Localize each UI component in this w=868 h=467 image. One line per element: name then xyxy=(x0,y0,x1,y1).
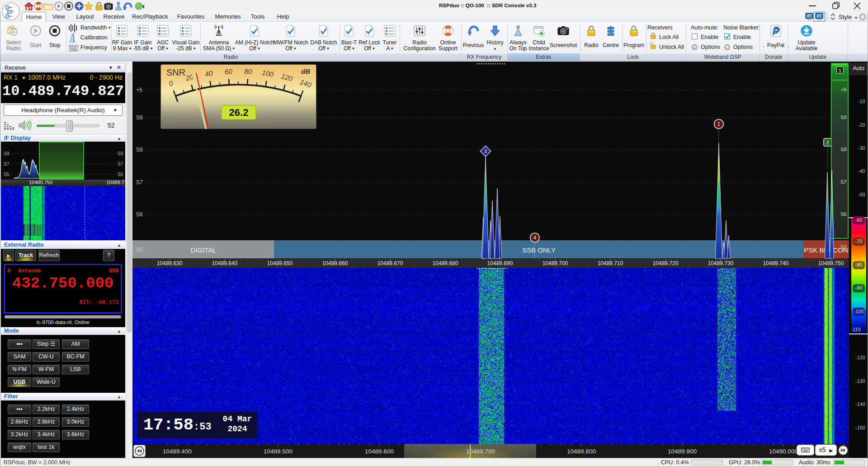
svg-text:10489.650: 10489.650 xyxy=(267,260,293,267)
svg-text:S5: S5 xyxy=(136,247,143,253)
svg-text:S9: S9 xyxy=(4,151,9,156)
svg-text:S7: S7 xyxy=(118,162,123,167)
svg-text:S5: S5 xyxy=(4,172,9,177)
svg-text:3: 3 xyxy=(484,148,487,154)
svg-text:10489.900: 10489.900 xyxy=(668,448,697,455)
svg-text:10489.730: 10489.730 xyxy=(708,260,734,267)
svg-text:26.2: 26.2 xyxy=(229,107,249,118)
svg-text:S7: S7 xyxy=(4,162,9,167)
svg-text:1: 1 xyxy=(717,121,720,127)
svg-text:DIGITAL: DIGITAL xyxy=(190,246,216,254)
svg-text:dB: dB xyxy=(301,67,310,75)
svg-text:+5: +5 xyxy=(136,87,142,93)
svg-text:10489.640: 10489.640 xyxy=(212,260,238,267)
svg-text:40: 40 xyxy=(204,69,213,78)
svg-text:10489.800: 10489.800 xyxy=(567,448,596,455)
svg-text:10490.000: 10490.000 xyxy=(769,448,798,455)
svg-text:S5: S5 xyxy=(118,172,123,177)
svg-text:S7: S7 xyxy=(136,179,143,186)
svg-text:S9: S9 xyxy=(118,151,123,156)
svg-text:10489.690: 10489.690 xyxy=(487,260,513,267)
svg-text:10489.700: 10489.700 xyxy=(542,260,568,267)
svg-text:10489.710: 10489.710 xyxy=(598,260,623,267)
svg-text:10489.750: 10489.750 xyxy=(818,260,844,267)
svg-text:10489.400: 10489.400 xyxy=(163,448,192,455)
svg-text:10489.720: 10489.720 xyxy=(653,260,679,267)
svg-text:10489.670: 10489.670 xyxy=(377,260,403,267)
svg-text:10489.660: 10489.660 xyxy=(322,260,348,267)
svg-text:10489.700: 10489.700 xyxy=(466,448,495,455)
svg-text:SNR: SNR xyxy=(166,67,185,77)
svg-text:4: 4 xyxy=(533,235,536,240)
svg-text:2: 2 xyxy=(826,140,829,145)
svg-text:S8: S8 xyxy=(136,147,143,153)
svg-text:S6: S6 xyxy=(136,211,143,218)
svg-text:10489.630: 10489.630 xyxy=(157,260,183,267)
svg-text:80: 80 xyxy=(244,67,252,76)
svg-text:10489.600: 10489.600 xyxy=(365,448,394,455)
svg-text:10489.680: 10489.680 xyxy=(433,260,458,267)
svg-text:S9: S9 xyxy=(136,114,143,121)
svg-text:10489.740: 10489.740 xyxy=(763,260,789,267)
svg-text:10489.500: 10489.500 xyxy=(264,448,292,455)
svg-text:60: 60 xyxy=(224,67,232,76)
